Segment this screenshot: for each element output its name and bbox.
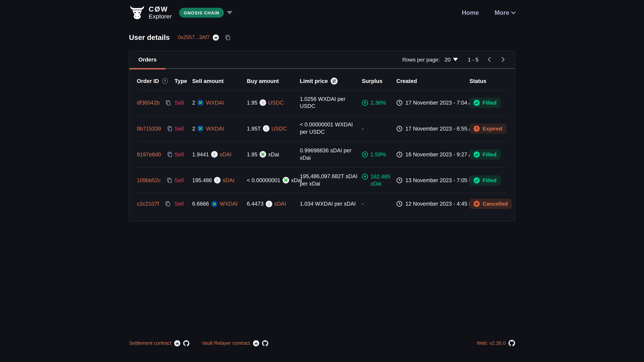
limit-price: 195,486,097.682T sDAI per xDai <box>300 173 360 188</box>
main-nav: Home More <box>462 9 515 16</box>
copy-address-icon[interactable] <box>225 34 231 40</box>
sell-token-link[interactable]: WXDAI <box>220 201 238 207</box>
chevron-down-icon <box>511 9 516 14</box>
sell-amount: 2 <box>192 125 195 132</box>
surplus-cell: 1.59% <box>362 151 394 158</box>
nav-more[interactable]: More <box>494 9 515 16</box>
status-label: Cancelled <box>483 201 508 207</box>
buy-token-icon <box>260 99 266 106</box>
status-badge: Cancelled <box>470 199 512 209</box>
table-row: 109bb52c Sell 195.486 sDAI < 0.00000001 … <box>137 167 508 193</box>
order-type: Sell <box>174 201 184 207</box>
col-sell-amount: Sell amount <box>192 78 224 84</box>
surplus-value: 1.59% <box>370 151 386 158</box>
buy-amount: 1.95T <box>247 125 261 132</box>
blockscout-icon[interactable] <box>213 34 219 40</box>
order-id-link[interactable]: c2c2107f <box>137 201 159 207</box>
limit-price: 1.034 WXDAI per sDAI <box>300 200 360 207</box>
check-circle-icon <box>474 100 480 106</box>
help-icon[interactable]: ? <box>162 78 168 84</box>
logo-subtitle: Explorer <box>149 13 172 19</box>
logo-title: CØW <box>149 6 172 13</box>
buy-token-icon <box>263 125 269 132</box>
sell-amount: 6.6666 <box>192 201 209 207</box>
caret-down-icon <box>227 11 232 14</box>
x-circle-icon <box>474 201 480 207</box>
clock-icon <box>396 177 402 183</box>
copy-order-id-icon[interactable] <box>167 151 173 158</box>
buy-token-icon <box>260 151 266 158</box>
buy-amount: 1.95 <box>247 151 258 158</box>
buy-token-link[interactable]: USDC <box>272 125 287 132</box>
col-surplus: Surplus <box>362 78 382 84</box>
orders-table: Order ID ? Type Sell amount Bu <box>137 69 508 214</box>
created-date: 17 November 2023 - 6:55 AM <box>405 125 477 132</box>
sell-token-link[interactable]: sDAI <box>220 151 232 158</box>
github-icon[interactable] <box>183 340 190 346</box>
vault-relayer-contract-link[interactable]: Vault Relayer contract <box>202 340 250 346</box>
next-page-button[interactable] <box>500 56 506 63</box>
orders-table-body: df36042b Sell 2 WXDAI 1.95 USDC 1.0256 W… <box>137 90 508 214</box>
page-range: 1 - 5 <box>468 56 478 63</box>
invert-price-icon[interactable] <box>331 77 338 84</box>
blockscout-icon[interactable] <box>174 340 180 346</box>
buy-token-link: xDai <box>268 151 279 158</box>
copy-order-id-icon[interactable] <box>167 125 173 132</box>
copy-order-id-icon[interactable] <box>164 201 171 207</box>
col-type: Type <box>174 78 187 84</box>
check-circle-icon <box>474 177 480 183</box>
col-created: Created <box>396 78 417 84</box>
blockscout-icon[interactable] <box>253 340 259 346</box>
github-icon[interactable] <box>262 340 268 346</box>
github-icon[interactable] <box>508 340 515 347</box>
order-id-link[interactable]: df36042b <box>137 100 160 106</box>
limit-price: < 0.00000001 WXDAI per USDC <box>300 121 360 136</box>
status-label: Expired <box>483 125 502 132</box>
buy-token-link[interactable]: sDAI <box>274 201 286 207</box>
nav-home[interactable]: Home <box>462 9 479 16</box>
surplus-up-icon <box>362 151 368 158</box>
col-limit-price: Limit price <box>300 78 328 84</box>
sell-token-icon <box>214 177 220 184</box>
network-selector[interactable]: GNOSIS CHAIN <box>179 8 232 17</box>
settlement-contract-link[interactable]: Settlement contract <box>129 340 172 346</box>
buy-token-icon <box>266 200 272 207</box>
rows-per-page-select[interactable]: 20 <box>444 56 458 63</box>
cow-head-icon <box>129 6 146 19</box>
copy-order-id-icon[interactable] <box>165 100 172 106</box>
status-label: Filled <box>483 100 496 106</box>
surplus-value: 2.36% <box>370 99 386 106</box>
tab-orders[interactable]: Orders <box>129 51 166 68</box>
surplus-up-icon <box>362 173 368 180</box>
sell-token-link[interactable]: sDAI <box>223 177 234 183</box>
sell-token-icon <box>198 125 204 132</box>
col-status: Status <box>470 78 486 84</box>
surplus-value: - <box>362 125 364 132</box>
status-badge: Filled <box>470 98 500 108</box>
network-badge[interactable]: GNOSIS CHAIN <box>179 8 224 17</box>
status-badge: Filled <box>470 175 500 185</box>
col-order-id: Order ID <box>137 78 159 84</box>
order-type: Sell <box>174 100 184 106</box>
sell-token-link[interactable]: WXDAI <box>206 100 224 106</box>
col-buy-amount: Buy amount <box>247 78 279 84</box>
table-row: 9197e8d0 Sell 1.9441 sDAI 1.95 xDai 0.99… <box>137 141 508 167</box>
order-type: Sell <box>174 151 184 158</box>
buy-token-link[interactable]: USDC <box>268 100 284 106</box>
sell-token-icon <box>198 99 204 106</box>
order-id-link[interactable]: 9b715339 <box>137 125 161 132</box>
cow-explorer-logo[interactable]: CØW Explorer <box>129 6 172 19</box>
status-label: Filled <box>483 177 496 183</box>
user-address-link[interactable]: 0x2557...3Af7 <box>178 34 210 40</box>
status-badge: Expired <box>470 123 506 134</box>
order-id-link[interactable]: 109bb52c <box>137 177 161 183</box>
surplus-up-icon <box>362 100 368 106</box>
prev-page-button[interactable] <box>486 56 492 63</box>
order-id-link[interactable]: 9197e8d0 <box>137 151 161 158</box>
web-version-link[interactable]: Web: v2.26.0 <box>477 340 506 346</box>
sell-token-link[interactable]: WXDAI <box>206 125 224 132</box>
sell-amount: 195.486 <box>192 177 212 183</box>
copy-order-id-icon[interactable] <box>166 177 172 183</box>
page-title: User details <box>129 33 170 41</box>
surplus-value: - <box>362 200 364 207</box>
